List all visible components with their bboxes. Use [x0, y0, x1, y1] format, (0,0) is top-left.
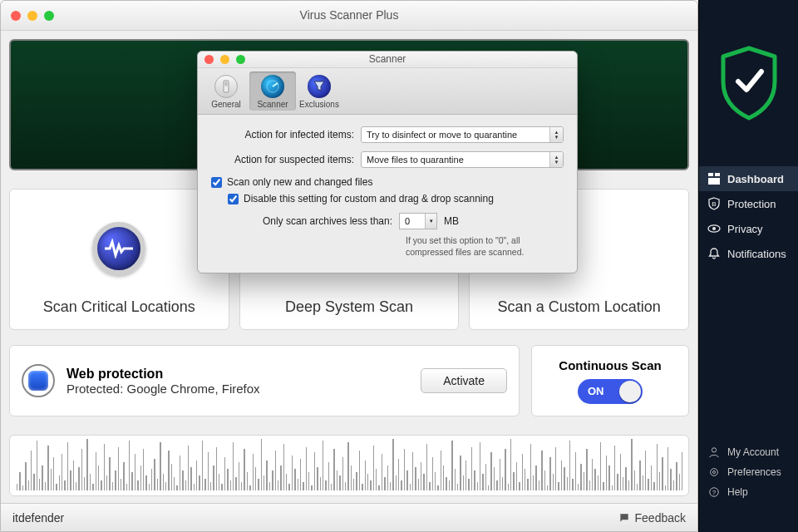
brand-label: itdefender: [12, 511, 64, 525]
sidebar-item-account[interactable]: My Account: [699, 442, 798, 462]
web-protection-subtitle: Protected: Google Chrome, Firefox: [66, 382, 260, 396]
main-window-title: Virus Scanner Plus: [1, 8, 697, 22]
toggle-state-label: ON: [588, 385, 604, 397]
toggle-knob-icon: [619, 381, 641, 402]
sidebar-nav: Dashboard B Protection Privacy Notificat…: [699, 166, 798, 266]
svg-text:B: B: [712, 200, 716, 208]
footer-bar: itdefender Feedback: [1, 503, 697, 531]
switch-icon: [214, 75, 238, 98]
modal-title: Scanner: [198, 53, 577, 65]
web-protection-icon: [22, 364, 55, 397]
sidebar-item-notifications[interactable]: Notifications: [699, 241, 798, 266]
tab-scanner[interactable]: Scanner: [249, 71, 296, 111]
svg-text:?: ?: [712, 489, 717, 496]
svg-rect-2: [708, 178, 720, 185]
tab-label: Exclusions: [299, 100, 339, 109]
disable-custom-label: Disable this setting for custom and drag…: [244, 193, 494, 204]
stepper-down-icon[interactable]: ▾: [425, 214, 436, 229]
svg-rect-12: [225, 82, 228, 86]
select-value: Move files to quarantine: [367, 155, 464, 165]
sidebar-item-help[interactable]: ? Help: [699, 482, 798, 502]
select-value: Try to disinfect or move to quarantine: [367, 130, 517, 140]
svg-point-6: [712, 448, 716, 452]
main-titlebar: Virus Scanner Plus: [1, 1, 697, 31]
scanner-preferences-modal: Scanner General Scanner Exclusions Actio…: [197, 51, 578, 273]
scan-new-checkbox[interactable]: [211, 177, 222, 188]
status-shield: [699, 0, 798, 166]
speech-bubble-icon: [618, 512, 630, 524]
lower-row: Web protection Protected: Google Chrome,…: [9, 345, 689, 416]
scan-card-label: Deep System Scan: [285, 298, 413, 316]
feedback-label: Feedback: [635, 511, 686, 525]
svg-rect-0: [708, 173, 713, 176]
sidebar-item-label: Notifications: [727, 248, 786, 260]
suspected-action-label: Action for suspected items:: [211, 154, 361, 165]
modal-titlebar: Scanner: [198, 52, 577, 68]
disable-custom-checkbox[interactable]: [228, 194, 239, 204]
modal-toolbar: General Scanner Exclusions: [198, 68, 577, 115]
web-protection-title: Web protection: [66, 367, 260, 382]
scan-card-label: Scan a Custom Location: [498, 298, 661, 316]
scan-card-label: Scan Critical Locations: [43, 298, 195, 316]
sidebar-item-label: Dashboard: [727, 173, 784, 185]
tab-label: Scanner: [257, 100, 288, 109]
feedback-button[interactable]: Feedback: [618, 511, 686, 525]
archive-limit-unit: MB: [444, 215, 459, 227]
sidebar-bottom-nav: My Account Preferences ? Help: [699, 442, 798, 502]
help-icon: ?: [707, 486, 721, 498]
archive-limit-label: Only scan archives less than:: [211, 215, 399, 227]
app-sidebar: Dashboard B Protection Privacy Notificat…: [698, 0, 798, 532]
activity-waveform: [9, 435, 689, 496]
eye-icon: [707, 222, 721, 235]
tab-general[interactable]: General: [203, 71, 249, 111]
shield-b-icon: B: [707, 197, 721, 210]
infected-action-label: Action for infected items:: [211, 129, 361, 140]
svg-point-7: [711, 469, 718, 476]
bell-icon: [707, 247, 721, 260]
sidebar-item-privacy[interactable]: Privacy: [699, 216, 798, 241]
user-icon: [707, 446, 721, 458]
funnel-icon: [308, 75, 331, 98]
activate-button[interactable]: Activate: [421, 368, 507, 393]
archive-limit-hint: If you set this option to "0", all compr…: [406, 234, 564, 258]
scan-pulse-icon: [92, 222, 145, 275]
svg-point-8: [712, 470, 715, 473]
dashboard-icon: [707, 172, 721, 185]
sidebar-item-dashboard[interactable]: Dashboard: [699, 166, 798, 191]
continuous-scan-toggle[interactable]: ON: [578, 379, 643, 404]
archive-limit-input[interactable]: 0 ▾: [399, 213, 437, 229]
sidebar-item-label: Privacy: [727, 223, 763, 235]
shield-check-icon: [717, 45, 781, 121]
web-protection-card: Web protection Protected: Google Chrome,…: [9, 345, 520, 416]
archive-limit-value: 0: [405, 216, 410, 226]
tab-label: General: [211, 100, 241, 109]
sidebar-item-label: Protection: [727, 198, 776, 210]
modal-body: Action for infected items: Try to disinf…: [198, 115, 577, 273]
tab-exclusions[interactable]: Exclusions: [296, 71, 342, 111]
sidebar-item-label: Help: [727, 486, 748, 498]
sidebar-item-label: Preferences: [727, 466, 781, 478]
sidebar-item-label: My Account: [727, 446, 779, 458]
select-stepper-icon: ▲▼: [549, 127, 563, 142]
svg-point-5: [712, 227, 716, 230]
continuous-scan-title: Continuous Scan: [559, 358, 661, 372]
gear-icon: [707, 466, 721, 478]
infected-action-select[interactable]: Try to disinfect or move to quarantine ▲…: [361, 126, 564, 143]
select-stepper-icon: ▲▼: [549, 152, 563, 167]
sidebar-item-preferences[interactable]: Preferences: [699, 462, 798, 482]
sidebar-item-protection[interactable]: B Protection: [699, 191, 798, 216]
radar-icon: [261, 75, 284, 98]
svg-rect-1: [715, 173, 720, 176]
scan-new-label: Scan only new and changed files: [227, 176, 372, 188]
scan-critical-card[interactable]: Scan Critical Locations: [9, 189, 229, 330]
web-protection-text: Web protection Protected: Google Chrome,…: [66, 367, 260, 396]
continuous-scan-card: Continuous Scan ON: [531, 345, 689, 416]
suspected-action-select[interactable]: Move files to quarantine ▲▼: [361, 151, 564, 168]
